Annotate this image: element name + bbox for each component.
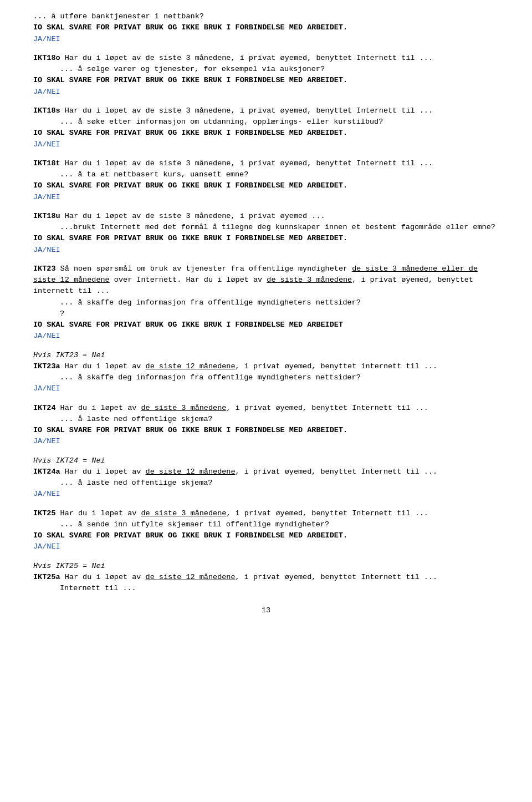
ikt18u-question: ...brukt Internett med det formål å tile… xyxy=(60,222,499,233)
ikt18o-instruction: IO SKAL SVARE FOR PRIVAT BRUK OG IKKE BR… xyxy=(33,75,499,86)
question-bank: ... å utføre banktjenester i nettbank? I… xyxy=(33,11,499,45)
ikt24a-answer: JA/NEI xyxy=(33,489,499,500)
ikt25-answer: JA/NEI xyxy=(33,541,499,552)
if-ikt23-block: Hvis IKT23 = Nei IKT23a Har du i løpet a… xyxy=(33,350,499,395)
ikt25-text: IKT25 Har du i løpet av de siste 3 måned… xyxy=(33,508,499,519)
ikt18t-answer: JA/NEI xyxy=(33,192,499,203)
question-ikt25: IKT25 Har du i løpet av de siste 3 måned… xyxy=(33,508,499,553)
ikt18o-question: ... å selge varer og tjenester, for ekse… xyxy=(60,64,499,75)
ikt23-question: ... å skaffe deg informasjon fra offentl… xyxy=(60,297,499,308)
ikt18t-instruction: IO SKAL SVARE FOR PRIVAT BRUK OG IKKE BR… xyxy=(33,180,499,191)
question-ikt18u: IKT18u Har du i løpet av de siste 3 måne… xyxy=(33,211,499,256)
page-content: ... å utføre banktjenester i nettbank? I… xyxy=(33,11,499,594)
page-number: 13 xyxy=(33,605,499,616)
question-ikt23: IKT23 Så noen spørsmål om bruk av tjenes… xyxy=(33,263,499,342)
ikt23a-question: ... å skaffe deg informasjon fra offentl… xyxy=(60,372,499,383)
ikt23-answer: JA/NEI xyxy=(33,331,499,342)
ikt18s-question: ... å søke etter informasjon om utdannin… xyxy=(60,116,499,128)
ikt24a-text: IKT24a Har du i løpet av de siste 12 mån… xyxy=(33,466,499,478)
question-ikt18o: IKT18o Har du i løpet av de siste 3 måne… xyxy=(33,53,499,98)
question-ikt18s: IKT18s Har du i løpet av de siste 3 måne… xyxy=(33,105,499,150)
ikt23-question2: ? xyxy=(60,308,499,319)
if-ikt23-label: Hvis IKT23 = Nei xyxy=(33,350,499,361)
ikt24-instruction: IO SKAL SVARE FOR PRIVAT BRUK OG IKKE BR… xyxy=(33,425,499,436)
ikt25-question: ... å sende inn utfylte skjemaer til off… xyxy=(60,519,499,530)
question-ikt18t: IKT18t Har du i løpet av de siste 3 måne… xyxy=(33,158,499,203)
ikt25a-intro: Internett til ... xyxy=(60,583,499,594)
ikt23a-answer: JA/NEI xyxy=(33,383,499,394)
if-ikt24-block: Hvis IKT24 = Nei IKT24a Har du i løpet a… xyxy=(33,455,499,500)
if-ikt25-block: Hvis IKT25 = Nei IKT25a Har du i løpet a… xyxy=(33,561,499,595)
ikt18u-instruction: IO SKAL SVARE FOR PRIVAT BRUK OG IKKE BR… xyxy=(33,233,499,244)
if-ikt25-label: Hvis IKT25 = Nei xyxy=(33,561,499,572)
ikt18s-instruction: IO SKAL SVARE FOR PRIVAT BRUK OG IKKE BR… xyxy=(33,128,499,139)
ikt24-question: ... å laste ned offentlige skjema? xyxy=(60,414,499,425)
ikt18s-answer: JA/NEI xyxy=(33,139,499,150)
instruction-bank: IO SKAL SVARE FOR PRIVAT BRUK OG IKKE BR… xyxy=(33,22,499,33)
ikt18s-text: IKT18s Har du i løpet av de siste 3 måne… xyxy=(33,105,499,116)
ikt24-answer: JA/NEI xyxy=(33,436,499,447)
answer-bank: JA/NEI xyxy=(33,34,499,45)
if-ikt24-label: Hvis IKT24 = Nei xyxy=(33,455,499,466)
ikt18t-text: IKT18t Har du i løpet av de siste 3 måne… xyxy=(33,158,499,169)
ikt18o-answer: JA/NEI xyxy=(33,87,499,98)
ikt25a-text: IKT25a Har du i løpet av de siste 12 mån… xyxy=(33,572,499,583)
ikt23-instruction: IO SKAL SVARE FOR PRIVAT BRUK OG IKKE BR… xyxy=(33,319,499,331)
ikt18u-text: IKT18u Har du i løpet av de siste 3 måne… xyxy=(33,211,499,222)
question-ikt24: IKT24 Har du i løpet av de siste 3 måned… xyxy=(33,403,499,448)
ikt24-text: IKT24 Har du i løpet av de siste 3 måned… xyxy=(33,403,499,414)
ikt23a-text: IKT23a Har du i løpet av de siste 12 mån… xyxy=(33,361,499,372)
ikt24a-question: ... å laste ned offentlige skjema? xyxy=(60,478,499,489)
ikt25-instruction: IO SKAL SVARE FOR PRIVAT BRUK OG IKKE BR… xyxy=(33,530,499,541)
ikt18u-answer: JA/NEI xyxy=(33,245,499,256)
ikt18o-text: IKT18o Har du i løpet av de siste 3 måne… xyxy=(33,53,499,64)
ikt23-text: IKT23 Så noen spørsmål om bruk av tjenes… xyxy=(33,263,499,297)
ikt18t-question: ... å ta et nettbasert kurs, uansett emn… xyxy=(60,169,499,180)
question-text: ... å utføre banktjenester i nettbank? xyxy=(33,11,499,22)
